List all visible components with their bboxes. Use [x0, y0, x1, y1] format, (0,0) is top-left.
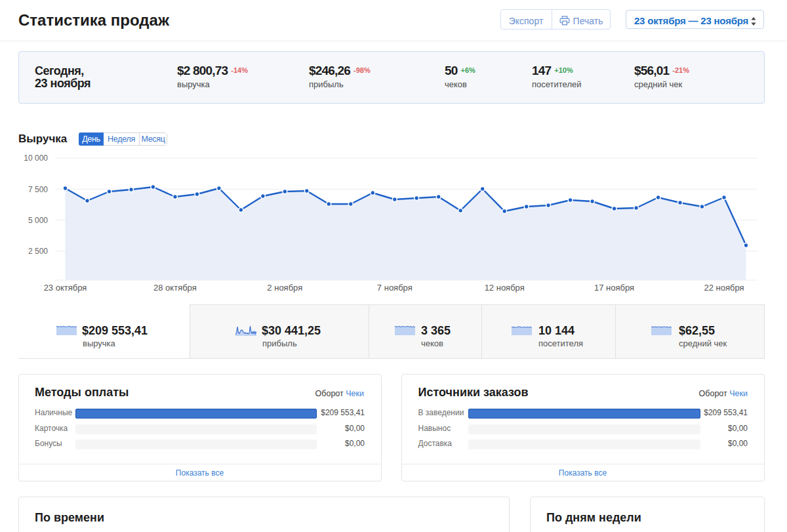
svg-text:12 ноября: 12 ноября: [485, 283, 525, 293]
svg-text:10 000: 10 000: [24, 153, 48, 163]
svg-text:7 500: 7 500: [28, 185, 48, 194]
svg-text:2 ноября: 2 ноября: [267, 283, 302, 293]
svg-text:17 ноября: 17 ноября: [594, 283, 634, 293]
svg-text:23 октября: 23 октября: [44, 283, 87, 293]
svg-text:7 ноября: 7 ноября: [377, 283, 413, 293]
svg-text:5 000: 5 000: [28, 216, 48, 225]
svg-text:28 октября: 28 октября: [153, 283, 197, 293]
svg-text:22 ноября: 22 ноября: [704, 283, 744, 293]
svg-text:2 500: 2 500: [28, 247, 48, 256]
